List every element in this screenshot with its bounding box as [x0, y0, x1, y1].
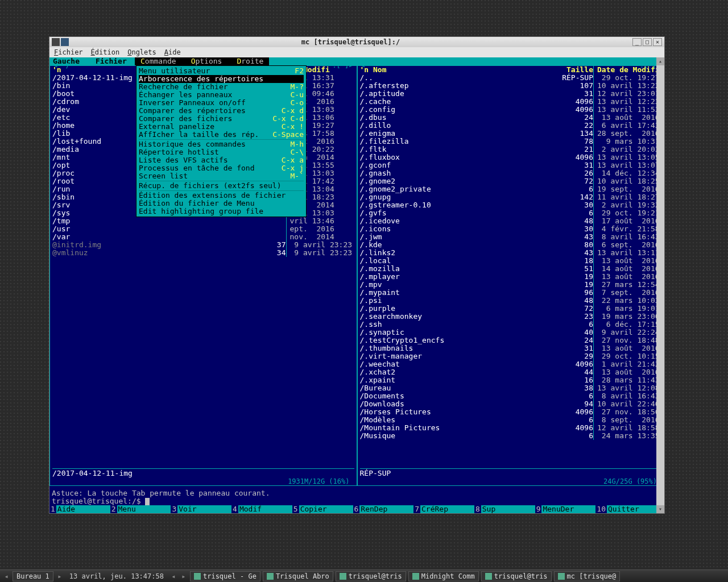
task-button[interactable]: Midnight Comm: [408, 571, 479, 581]
fkey-7[interactable]: 7CréRep: [413, 505, 474, 513]
task-button[interactable]: trisquel@tris: [481, 571, 552, 581]
mc-menu-file[interactable]: Fichier: [96, 57, 127, 65]
menu-help[interactable]: Aide: [164, 48, 181, 56]
file-row[interactable]: /Mountain Pictures409612 avril 18:58: [360, 424, 662, 432]
sysmenu-icon[interactable]: [52, 38, 60, 46]
popup-item[interactable]: Échanger les panneauxC-u: [139, 91, 304, 99]
right-panel[interactable]: <- ~ .[^]> 'n Nom Taille Date de Modifi …: [357, 65, 665, 486]
file-row[interactable]: /.testCrypto1_encfs24 27 nov. 18:48: [360, 336, 662, 344]
file-row[interactable]: /.gvfs6 29 oct. 19:21: [360, 209, 662, 217]
popup-item[interactable]: Édition des extensions de fichier: [139, 192, 304, 199]
tasks-next-icon[interactable]: ▸: [180, 572, 188, 580]
popup-item[interactable]: Historique des commandesM-h: [139, 140, 304, 148]
file-row[interactable]: /.mypaint96 7 sept. 2016: [360, 289, 662, 297]
file-row[interactable]: /.icedove48 17 août 2016: [360, 217, 662, 225]
file-row[interactable]: /.local18 13 août 2016: [360, 257, 662, 265]
file-row[interactable]: /.searchmonkey23 19 mars 23:00: [360, 313, 662, 321]
file-row[interactable]: @vmlinuz34 9 avril 23:23: [52, 249, 354, 257]
file-row[interactable]: /.mozilla51 14 août 2016: [360, 265, 662, 273]
file-row[interactable]: /.virt-manager29 29 oct. 10:15: [360, 352, 662, 360]
popup-item[interactable]: Récup. de fichiers (ext2fs seul): [139, 182, 304, 190]
fkey-4[interactable]: 4Modif: [231, 505, 292, 513]
file-row[interactable]: /.fluxbox409613 avril 13:05: [360, 153, 662, 161]
file-row[interactable]: /.gnupg14211 avril 18:27: [360, 193, 662, 201]
file-row[interactable]: /.dbus24 13 août 2016: [360, 114, 662, 122]
taskbar-prev-icon[interactable]: ◂: [2, 572, 10, 580]
file-row[interactable]: /Horses Pictures4096 27 nov. 18:56: [360, 408, 662, 416]
popup-item[interactable]: External panelizeC-x !: [139, 123, 304, 131]
fkey-1[interactable]: 1Aide: [49, 505, 110, 513]
file-row[interactable]: /Documents6 8 avril 16:43: [360, 392, 662, 400]
file-row[interactable]: /Modèles6 8 sept. 2016: [360, 416, 662, 424]
taskbar-next-icon[interactable]: ▸: [56, 572, 64, 580]
task-button[interactable]: Trisquel Abro: [263, 571, 333, 581]
file-row[interactable]: /.gconf3113 avril 13:07: [360, 161, 662, 169]
fkey-10[interactable]: 10Quitter: [595, 505, 656, 513]
task-button[interactable]: mc [trisque@: [554, 571, 621, 581]
file-row[interactable]: /.gnome27210 avril 18:25: [360, 177, 662, 185]
file-row[interactable]: /.aptitude3112 avril 23:01: [360, 90, 662, 98]
file-row[interactable]: /.purple72 6 mars 19:01: [360, 305, 662, 313]
file-row[interactable]: /.cache409613 avril 12:23: [360, 98, 662, 106]
popup-item[interactable]: Edit highlighting group file: [139, 207, 304, 215]
file-row[interactable]: /.psi48 22 mars 10:03: [360, 297, 662, 305]
maximize-button[interactable]: □: [643, 38, 652, 46]
fkey-5[interactable]: 5Copier: [292, 505, 353, 513]
popup-item[interactable]: Screen listM-`: [139, 172, 304, 180]
file-row[interactable]: /usrept. 2016: [52, 225, 354, 233]
file-row[interactable]: /.synaptic40 9 avril 22:24: [360, 329, 662, 336]
file-row[interactable]: /.links24313 avril 13:11: [360, 249, 662, 257]
shell-prompt[interactable]: trisquel@trisquel:/$: [49, 497, 656, 505]
task-button[interactable]: trisquel - Ge: [190, 571, 260, 581]
file-row[interactable]: /.mpv19 27 mars 12:54: [360, 281, 662, 289]
file-row[interactable]: /.jwm43 8 avril 16:43: [360, 233, 662, 241]
file-row[interactable]: /.icons30 4 févr. 21:58: [360, 225, 662, 233]
file-row[interactable]: /Bureau3813 avril 12:08: [360, 384, 662, 392]
scroll-up-icon[interactable]: ▴: [656, 57, 664, 65]
file-row[interactable]: /.weechat4096 1 avril 21:42: [360, 360, 662, 368]
right-rows[interactable]: /..RÉP-SUP 29 oct. 19:27/.afterstep10710…: [358, 74, 664, 440]
popup-item[interactable]: Processus en tâche de fondC-x j: [139, 164, 304, 172]
menu-file[interactable]: Fichier: [54, 48, 83, 56]
popup-item[interactable]: Menu utilisateurF2: [139, 67, 304, 75]
file-row[interactable]: /.thumbnails31 13 août 2016: [360, 344, 662, 352]
file-row[interactable]: @initrd.img37 9 avril 23:23: [52, 241, 354, 249]
file-row[interactable]: /Downloads9410 avril 22:40: [360, 400, 662, 408]
menu-edit[interactable]: Édition: [91, 48, 120, 56]
task-button[interactable]: trisquel@tris: [336, 571, 406, 581]
titlebar[interactable]: mc [trisquel@trisquel]:/ _ □ ✕: [49, 37, 664, 47]
file-row[interactable]: /varnov. 2014: [52, 233, 354, 241]
popup-item[interactable]: Arborescence des répertoires: [139, 75, 304, 83]
file-row[interactable]: /.gnash26 14 déc. 12:34: [360, 169, 662, 177]
popup-item[interactable]: AffIcher la taille des rép.C-Space: [139, 131, 304, 139]
scroll-down-icon[interactable]: ▾: [656, 505, 664, 513]
popup-item[interactable]: Recherche de fichierM-?: [139, 83, 304, 91]
file-row[interactable]: /.gnome2_private619 sept. 2016: [360, 185, 662, 193]
popup-item[interactable]: Comparer des fichiersC-x C-d: [139, 115, 304, 123]
close-button[interactable]: ✕: [653, 38, 662, 46]
file-row[interactable]: /.xchat244 13 août 2016: [360, 368, 662, 376]
menu-tabs[interactable]: Onglets: [127, 48, 156, 56]
popup-item[interactable]: Inverser Panneaux on/offC-o: [139, 99, 304, 107]
fkey-6[interactable]: 6RenDep: [353, 505, 414, 513]
file-row[interactable]: /.afterstep10710 avril 13:22: [360, 82, 662, 90]
file-row[interactable]: /.kde80 6 sept. 2016: [360, 241, 662, 249]
file-row[interactable]: /.ssh6 6 déc. 17:15: [360, 321, 662, 329]
scrollbar[interactable]: ▴ ▾: [656, 57, 664, 513]
fkey-2[interactable]: 2Menu: [110, 505, 171, 513]
file-row[interactable]: /Musique6 24 mars 13:35: [360, 432, 662, 440]
panel-corner-icon[interactable]: .[^]>: [332, 61, 353, 69]
file-row[interactable]: /.enigma13428 sept. 2016: [360, 130, 662, 138]
popup-item[interactable]: Liste des VFS actifsC-x a: [139, 156, 304, 164]
popup-item[interactable]: Comparer des répertoiresC-x d: [139, 107, 304, 115]
file-row[interactable]: /.gstreamer-0.1030 2 avril 19:32: [360, 201, 662, 209]
mc-menu-options[interactable]: Options: [191, 57, 222, 65]
fkey-9[interactable]: 9MenuDer: [535, 505, 596, 513]
popup-item[interactable]: Répertoire hotlistC-\: [139, 148, 304, 156]
file-row[interactable]: /.filezilla78 9 mars 10:31: [360, 138, 662, 146]
fkey-3[interactable]: 3Voir: [171, 505, 231, 513]
file-row[interactable]: /..RÉP-SUP 29 oct. 19:27: [360, 74, 662, 82]
desktop-switcher[interactable]: Bureau 1: [13, 571, 53, 581]
minimize-button[interactable]: _: [632, 38, 642, 46]
file-row[interactable]: /tmpvril 13:46: [52, 217, 354, 225]
